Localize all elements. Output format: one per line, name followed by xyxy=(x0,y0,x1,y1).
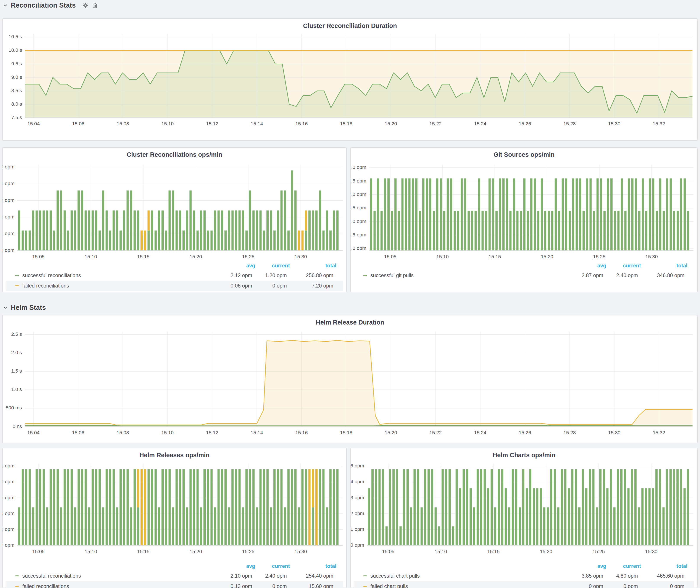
svg-text:7.5 s: 7.5 s xyxy=(11,115,22,120)
legend-sort-avg[interactable]: avg xyxy=(217,563,255,569)
series-label[interactable]: failed reconciliations xyxy=(22,283,214,289)
series-label[interactable]: failed chart pulls xyxy=(370,583,565,588)
svg-text:1.0 opm: 1.0 opm xyxy=(3,510,15,516)
svg-text:10.0 s: 10.0 s xyxy=(9,47,22,53)
svg-text:5 opm: 5 opm xyxy=(3,164,14,170)
svg-text:15:05: 15:05 xyxy=(382,549,394,554)
legend-row: successful chart pulls3.85 opm4.80 opm46… xyxy=(354,571,694,581)
svg-text:2.5 opm: 2.5 opm xyxy=(351,205,366,210)
legend: avgcurrenttotalsuccessful reconciliation… xyxy=(3,261,346,291)
panel-helm-charts-opm: Helm Charts ops/min 0 opm1 opm2 opm3 opm… xyxy=(350,448,698,588)
panel-helm-release-duration: Helm Release Duration 0 ns500 ms1.0 s1.5… xyxy=(2,315,698,443)
section-title[interactable]: Reconciliation Stats xyxy=(11,2,76,9)
legend-sort-avg[interactable]: avg xyxy=(568,263,606,269)
trash-icon[interactable] xyxy=(92,2,98,9)
svg-text:15:12: 15:12 xyxy=(206,430,218,435)
svg-text:15:06: 15:06 xyxy=(72,121,84,126)
svg-text:15:28: 15:28 xyxy=(563,121,576,126)
svg-text:10.5 s: 10.5 s xyxy=(9,34,22,39)
series-color-swatch xyxy=(363,575,367,576)
legend-stat: 0 opm xyxy=(638,583,684,588)
svg-text:15:05: 15:05 xyxy=(32,549,45,554)
svg-text:15:30: 15:30 xyxy=(608,430,620,435)
section-title[interactable]: Helm Stats xyxy=(11,304,46,312)
series-label[interactable]: failed reconciliations xyxy=(22,583,214,588)
y-axis-labels: 7.5 s8.0 s8.5 s9.0 s9.5 s10.0 s10.5 s xyxy=(9,34,22,120)
legend-stat: 15.60 opm xyxy=(287,583,333,588)
x-axis-labels: 15:0515:1015:1515:2015:2515:30 xyxy=(384,254,658,259)
panel-git-sources-opm: Git Sources ops/min 1.0 opm1.5 opm2.0 op… xyxy=(350,147,698,292)
cluster-reconciliation-duration-chart[interactable]: 7.5 s8.0 s8.5 s9.0 s9.5 s10.0 s10.5 s15:… xyxy=(3,19,697,140)
svg-text:0.5 opm: 0.5 opm xyxy=(3,526,15,532)
svg-text:1 opm: 1 opm xyxy=(3,231,14,236)
svg-text:15:06: 15:06 xyxy=(72,430,84,435)
legend-sort-current[interactable]: current xyxy=(255,263,290,269)
section-header-reconciliation-stats[interactable]: Reconciliation Stats xyxy=(3,0,98,10)
legend-sort-current[interactable]: current xyxy=(255,563,290,569)
svg-text:2.5 s: 2.5 s xyxy=(11,331,22,337)
section-header-helm-stats[interactable]: Helm Stats xyxy=(3,303,46,313)
svg-text:15:32: 15:32 xyxy=(653,430,665,435)
helm-release-duration-chart[interactable]: 0 ns500 ms1.0 s1.5 s2.0 s2.5 s15:0415:06… xyxy=(3,315,697,443)
svg-text:15:18: 15:18 xyxy=(340,430,352,435)
legend-stat: 0 opm xyxy=(252,283,287,289)
chevron-down-icon[interactable] xyxy=(3,3,8,8)
legend-sort-current[interactable]: current xyxy=(606,263,641,269)
legend-sort-current[interactable]: current xyxy=(606,563,641,569)
legend-row: successful git pulls2.87 opm2.40 opm346.… xyxy=(354,270,694,281)
svg-text:2.5 opm: 2.5 opm xyxy=(3,463,15,468)
svg-text:500 ms: 500 ms xyxy=(6,405,22,410)
legend-sort-total[interactable]: total xyxy=(290,563,336,569)
y-axis-labels: 0 ns500 ms1.0 s1.5 s2.0 s2.5 s xyxy=(6,331,22,429)
series-color-swatch xyxy=(15,586,19,587)
svg-text:2 opm: 2 opm xyxy=(351,510,364,516)
svg-text:4 opm: 4 opm xyxy=(3,181,14,186)
series-label[interactable]: successful reconciliations xyxy=(22,272,214,278)
legend-stat: 254.40 opm xyxy=(287,573,333,579)
legend-sort-total[interactable]: total xyxy=(290,263,336,269)
svg-text:15:12: 15:12 xyxy=(206,121,218,126)
svg-text:8.5 s: 8.5 s xyxy=(11,88,22,93)
legend-stats-header: avgcurrenttotal xyxy=(3,562,346,571)
legend: avgcurrenttotalsuccessful git pulls2.87 … xyxy=(351,261,697,281)
svg-text:8.0 s: 8.0 s xyxy=(11,101,22,107)
svg-text:15:16: 15:16 xyxy=(295,430,308,435)
legend-sort-avg[interactable]: avg xyxy=(568,563,606,569)
legend-stat: 0 opm xyxy=(252,583,287,588)
svg-text:15:24: 15:24 xyxy=(474,430,486,435)
svg-text:15:25: 15:25 xyxy=(242,254,254,259)
series-label[interactable]: successful git pulls xyxy=(370,272,565,278)
legend-sort-total[interactable]: total xyxy=(641,263,687,269)
chevron-down-icon[interactable] xyxy=(3,305,8,310)
legend-sort-total[interactable]: total xyxy=(641,563,687,569)
svg-text:3 opm: 3 opm xyxy=(351,495,364,500)
series-label[interactable]: successful reconciliations xyxy=(22,573,214,579)
series-color-swatch xyxy=(15,285,19,286)
svg-text:15:14: 15:14 xyxy=(251,430,263,435)
legend-row: successful reconciliations2.12 opm1.20 o… xyxy=(6,270,343,281)
gear-icon[interactable] xyxy=(82,2,89,9)
svg-text:15:30: 15:30 xyxy=(645,549,657,554)
y-axis-labels: 0 opm1 opm2 opm3 opm4 opm5 opm xyxy=(351,463,364,548)
x-axis-labels: 15:0515:1015:1515:2015:2515:30 xyxy=(32,254,307,259)
svg-text:0 opm: 0 opm xyxy=(3,542,15,548)
legend-sort-avg[interactable]: avg xyxy=(217,263,255,269)
svg-text:15:30: 15:30 xyxy=(295,549,307,554)
svg-text:4 opm: 4 opm xyxy=(351,479,364,484)
svg-text:15:22: 15:22 xyxy=(429,430,442,435)
svg-text:15:20: 15:20 xyxy=(385,121,397,126)
legend-stat: 346.80 opm xyxy=(638,272,684,278)
svg-text:15:32: 15:32 xyxy=(653,121,665,126)
svg-text:15:20: 15:20 xyxy=(385,430,397,435)
svg-text:9.0 s: 9.0 s xyxy=(11,74,22,80)
svg-text:15:26: 15:26 xyxy=(519,121,531,126)
svg-text:3 opm: 3 opm xyxy=(3,197,14,203)
svg-text:2.0 opm: 2.0 opm xyxy=(351,218,366,224)
legend-stat: 0.06 opm xyxy=(214,283,252,289)
x-axis-labels: 15:0515:1015:1515:2015:2515:30 xyxy=(382,549,657,554)
legend-stat: 2.10 opm xyxy=(214,573,252,579)
svg-text:5 opm: 5 opm xyxy=(351,463,364,468)
svg-text:15:10: 15:10 xyxy=(435,549,447,554)
svg-text:15:04: 15:04 xyxy=(27,121,40,126)
series-label[interactable]: successful chart pulls xyxy=(370,573,565,579)
